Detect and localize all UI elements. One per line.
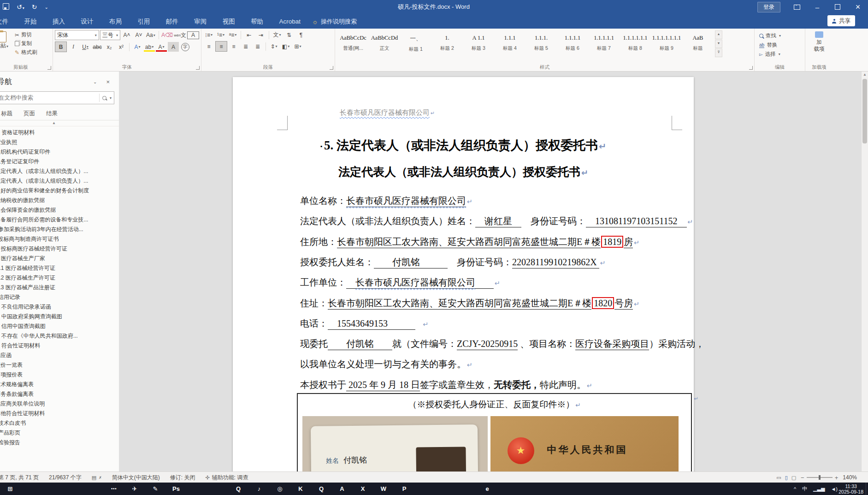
select-button[interactable]: ▻选择▾ [759,51,805,58]
font-color-button[interactable]: A▾ [156,42,167,52]
tell-me-search[interactable]: ☼ 操作说明搜索 [307,15,361,29]
nav-heading-item[interactable]: 11.2.3 医疗器械产品注册证 [0,283,119,292]
nav-heading-item[interactable]: 5. 法定代表人（或非法人组织负责人）... [0,176,119,186]
undo-icon[interactable]: ↺▾ [17,3,24,11]
sign-in-button[interactable]: 登录 [757,2,780,12]
search-icon[interactable] [102,96,106,100]
ribbon-tab[interactable]: 文件 [0,18,15,25]
font-name-combo[interactable]: 宋体▾ [55,30,99,40]
highlight-color-button[interactable]: ab▾ [144,42,155,52]
nav-heading-item[interactable]: 4. 法定代表人（或非法人组织负责人）... [0,167,119,176]
distribute-button[interactable]: ≣ [252,42,263,51]
taskbar-clock[interactable]: 11:33 2025-09-18 [838,483,863,495]
nav-heading-item[interactable]: 11.2.1 医疗器械经营许可证 [0,263,119,273]
minimize-button[interactable]: – [807,0,827,14]
character-border-button[interactable]: A [187,31,199,39]
redo-icon[interactable]: ↻ [32,3,37,11]
nav-search-box[interactable]: ▾ [0,91,114,104]
jump-to-top-bar[interactable]: ▲ [0,120,119,126]
multilevel-list-button[interactable]: ᵃ≡▾ [227,30,238,40]
align-center-button[interactable]: ≡ [215,41,227,52]
style-gallery-item[interactable]: 1.1.1.1.1 标题 7 [589,30,619,57]
nav-pane-tab[interactable]: 页面 [19,108,40,120]
language-indicator[interactable]: 简体中文(中国大陆) [112,474,160,482]
align-left-button[interactable]: ≡ [203,42,214,51]
clear-formatting-button[interactable]: A⌫ [161,30,173,40]
nav-heading-item[interactable]: 7.2 产品彩页 [0,428,119,438]
save-icon[interactable] [3,3,9,11]
scrollbar-thumb[interactable] [862,79,867,143]
vertical-scrollbar[interactable]: ▲ [861,72,868,471]
style-gallery-item[interactable]: AaB 标题 [683,30,713,57]
style-gallery-item[interactable]: 1.1.1. 标题 5 [526,30,556,57]
show-desktop-button[interactable] [866,483,868,495]
clipboard-dialog-launcher[interactable] [47,66,51,70]
nav-heading-item[interactable]: 1. 营业执照 [0,137,119,147]
paste-button[interactable]: 粘贴▾ [0,31,12,49]
proofing-icon[interactable]: ▤✗ [92,475,102,481]
show-marks-button[interactable]: ¶ [295,30,307,40]
phonetic-guide-button[interactable]: wén文 [174,30,186,40]
ribbon-tab[interactable]: 审阅 [187,18,213,25]
character-shading-button[interactable]: A [168,42,179,52]
zoom-slider[interactable]: −+ [801,474,838,481]
ribbon-display-options-button[interactable] [787,0,807,14]
ribbon-tab[interactable]: 插入 [46,18,72,25]
page-indicator[interactable]: 第 7 页, 共 71 页 [0,474,39,482]
nav-heading-item[interactable]: 2. 组织机构代码证复印件 [0,147,119,157]
borders-button[interactable]: ⊞▾ [292,42,303,51]
nav-heading-item[interactable]: 4. 技术规格偏离表 [0,380,119,389]
superscript-button[interactable]: x² [116,42,127,52]
underline-button[interactable]: U▾ [80,42,91,52]
nav-heading-item[interactable]: 11.2 医疗器械生产厂家 [0,254,119,263]
grow-font-button[interactable]: A˄ [121,30,132,40]
decrease-indent-button[interactable]: ⇤ [243,30,254,40]
font-size-combo[interactable]: 三号▾ [100,30,120,40]
close-nav-icon[interactable]: × [101,78,114,85]
ribbon-tab[interactable]: 布局 [102,18,129,25]
ribbon-tab[interactable]: 邮件 [159,18,185,25]
nav-heading-item[interactable]: 1. 响应函 [0,351,119,360]
replace-button[interactable]: ab替换 [759,42,805,48]
nav-heading-item[interactable]: 二、 符合性证明材料 [0,341,119,351]
nav-heading-item[interactable]: 7.1 技术白皮书 [0,418,119,428]
bold-button[interactable]: B [55,42,67,52]
subscript-button[interactable]: x₂ [104,42,115,52]
shrink-font-button[interactable]: A˅ [133,30,144,40]
nav-heading-item[interactable]: 3. 税务登记证复印件 [0,157,119,167]
nav-pane-tab[interactable]: 标题 [0,108,17,120]
search-options-caret[interactable]: ▾ [110,96,112,100]
font-dialog-launcher[interactable] [196,66,200,70]
nav-heading-item[interactable]: 一、 资格证明材料 [0,128,119,137]
nav-heading-item[interactable]: 12.2 中国政府采购网查询截图 [0,312,119,322]
style-gallery-item[interactable]: 1. 标题 2 [432,30,462,57]
read-mode-button[interactable]: ▭ [776,475,781,481]
web-layout-button[interactable]: ▢ [791,475,796,481]
bullets-button[interactable]: ⁝≡▾ [203,30,214,40]
ribbon-tab[interactable]: 开始 [17,18,43,25]
search-input[interactable] [0,95,99,101]
maximize-button[interactable] [827,0,848,14]
asian-layout-button[interactable]: 文▾ [272,30,283,40]
ribbon-tab[interactable]: 引用 [130,18,157,25]
nav-heading-item[interactable]: 12.4 不存在《中华人民共和国政府... [0,331,119,341]
styles-more-button[interactable]: ⊽ [715,48,722,57]
nav-heading-item[interactable]: 5. 商务条款偏离表 [0,389,119,399]
sort-button[interactable]: ⇅ [283,30,295,40]
document-page[interactable]: 长春市硕凡医疗器械有限公司↵ ▪5. 法定代表人（或非法人组织负责人）授权委托书… [233,77,694,471]
ribbon-tab[interactable]: 设计 [74,18,100,25]
ribbon-tab[interactable]: Acrobat [272,18,308,25]
line-spacing-button[interactable]: ⇕▾ [268,42,279,51]
styles-dialog-launcher[interactable] [749,66,753,70]
styles-scroll-down[interactable]: ▼ [715,40,722,48]
style-gallery-item[interactable]: AaBbCcDc 普通(网... [338,30,368,57]
share-button[interactable]: 共享 [827,15,855,26]
print-layout-button[interactable]: ▯ [785,475,788,481]
italic-button[interactable]: I [68,42,79,52]
shading-button[interactable]: ◧▾ [280,42,291,51]
nav-heading-item[interactable]: 7.3 检验报告 [0,438,119,447]
nav-heading-item[interactable]: 3. 分项报价表 [0,370,119,380]
copy-button[interactable]: 复制 [15,40,37,47]
style-gallery-item[interactable]: 1.1.1 标题 4 [495,30,525,57]
cut-button[interactable]: ✂剪切 [15,31,37,38]
